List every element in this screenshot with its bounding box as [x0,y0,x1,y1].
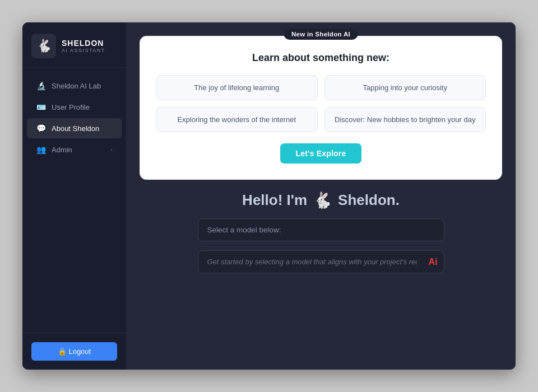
sheldon-ai-lab-icon: 🔬 [36,81,46,90]
logo-icon: 🐇 [31,34,56,58]
sidebar-item-user-profile[interactable]: 🪪 User Profile [27,97,122,117]
sidebar-label-about-sheldon: About Sheldon [52,124,99,133]
logout-button[interactable]: 🔒 Logout [31,342,117,361]
option-btn-0[interactable]: The joy of lifelong learning [156,75,318,100]
hello-section: Hello! I'm 🐇 Sheldon. Select a model bel… [198,191,444,273]
model-input[interactable] [198,250,444,273]
sidebar-item-sheldon-ai-lab[interactable]: 🔬 Sheldon AI Lab [27,76,122,96]
card-title: Learn about something new: [156,52,486,64]
lets-explore-button[interactable]: Let's Explore [280,143,362,164]
sidebar-item-about-sheldon[interactable]: 💬 About Sheldon [27,118,122,138]
options-grid: The joy of lifelong learning Tapping int… [156,75,486,132]
option-btn-2[interactable]: Exploring the wonders of the internet [156,107,318,132]
app-title: SHELDON [62,39,105,48]
model-select[interactable]: Select a model below: [198,218,444,241]
admin-icon: 👥 [36,145,46,154]
user-profile-icon: 🪪 [36,102,46,111]
hello-name: Sheldon. [338,192,400,209]
about-sheldon-icon: 💬 [36,124,46,133]
card-badge: New in Sheldon AI [284,29,358,40]
app-subtitle: AI ASSISTANT [62,48,105,53]
sidebar-item-admin[interactable]: 👥 Admin › [27,139,122,160]
option-btn-3[interactable]: Discover: New hobbies to brighten your d… [324,107,486,132]
logo-text: SHELDON AI ASSISTANT [62,39,105,53]
sidebar-label-admin: Admin [52,146,72,154]
ai-brand-icon: Ai [429,257,438,267]
hello-text: Hello! I'm 🐇 Sheldon. [242,191,400,209]
explore-card: New in Sheldon AI Learn about something … [140,36,502,180]
main-content: New in Sheldon AI Learn about something … [126,22,516,370]
app-window: 🐇 SHELDON AI ASSISTANT 🔬 Sheldon AI Lab … [22,22,516,370]
sidebar-label-sheldon-ai-lab: Sheldon AI Lab [52,82,101,90]
sidebar-footer: 🔒 Logout [22,333,126,370]
hello-greeting: Hello! I'm [242,192,307,209]
model-input-wrapper: Ai [198,250,444,273]
rabbit-emoji: 🐇 [313,191,332,209]
chevron-right-icon: › [110,146,113,153]
option-btn-1[interactable]: Tapping into your curiosity [324,75,486,100]
sidebar: 🐇 SHELDON AI ASSISTANT 🔬 Sheldon AI Lab … [22,22,126,370]
sidebar-label-user-profile: User Profile [52,103,90,111]
sidebar-logo: 🐇 SHELDON AI ASSISTANT [22,22,126,68]
sidebar-nav: 🔬 Sheldon AI Lab 🪪 User Profile 💬 About … [22,68,126,333]
